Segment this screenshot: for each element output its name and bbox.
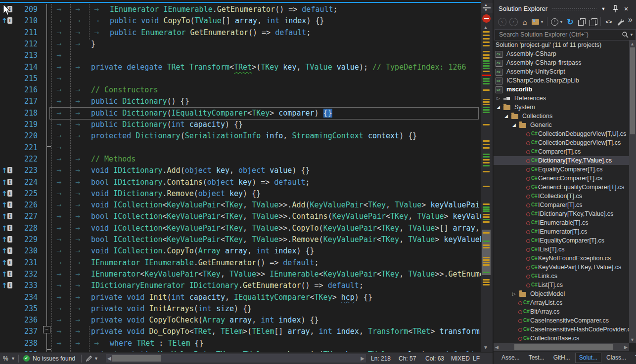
tree-item[interactable]: C#Dictionary[TKey,TValue].cs bbox=[494, 156, 629, 165]
expanded-arrow-icon[interactable]: ◢ bbox=[512, 121, 516, 129]
panel-tab-tea[interactable]: Tea... bbox=[631, 353, 636, 363]
scroll-left-arrow-icon[interactable]: ◀ bbox=[107, 354, 111, 363]
code-line[interactable]: →→IEnumerator IEnumerable.GetEnumerator(… bbox=[0, 257, 481, 269]
tree-item[interactable]: Solution 'project-gui' (11 of 11 project… bbox=[494, 40, 629, 49]
scrollbar-thumb[interactable] bbox=[112, 355, 161, 362]
code-line[interactable]: →→→IEnumerator IEnumerable.GetEnumerator… bbox=[0, 4, 481, 15]
pin-icon[interactable] bbox=[610, 4, 620, 14]
code-line[interactable]: →→// Constructors bbox=[0, 84, 481, 96]
code-area[interactable]: →→→IEnumerator IEnumerable.GetEnumerator… bbox=[0, 0, 481, 352]
tree-item[interactable]: C#CaseInsensitiveHashCodeProvider.cs bbox=[494, 325, 629, 334]
code-line[interactable]: →→// Methods bbox=[0, 154, 481, 165]
tree-item[interactable]: ◢System bbox=[494, 103, 629, 112]
code-line[interactable]: →→public Dictionary(int capacity) {} bbox=[0, 119, 481, 130]
tree-item[interactable]: ICSharpCode.SharpZipLib bbox=[494, 76, 629, 85]
collapsed-arrow-icon[interactable]: ▷ bbox=[512, 289, 516, 298]
tree-item[interactable]: Assembly-CSharp bbox=[494, 49, 629, 58]
forward-icon[interactable]: › bbox=[508, 16, 519, 28]
tree-item[interactable]: ▷References bbox=[494, 94, 629, 103]
close-icon[interactable]: × bbox=[621, 4, 631, 14]
tree-item[interactable]: C#GenericEqualityComparer[T].cs bbox=[494, 183, 629, 192]
code-line[interactable]: →→void IDictionary.Add(object key, objec… bbox=[0, 165, 481, 176]
tree-item[interactable]: Assembly-CSharp-firstpass bbox=[494, 58, 629, 67]
marker-pen-icon[interactable] bbox=[86, 355, 92, 362]
tree-item[interactable]: Assembly-UnityScript bbox=[494, 67, 629, 76]
collapsed-arrow-icon[interactable]: ▷ bbox=[497, 94, 500, 103]
scroll-left-arrow-icon[interactable]: ◀ bbox=[495, 343, 499, 351]
code-line[interactable]: →→IDictionaryEnumerator IDictionary.GetE… bbox=[0, 280, 481, 291]
code-editor[interactable]: →→→IEnumerator IEnumerable.GetEnumerator… bbox=[0, 0, 493, 364]
tree-item[interactable]: C#ArrayList.cs bbox=[494, 298, 629, 307]
zoom-dropdown-icon[interactable]: ▼ bbox=[11, 353, 15, 364]
code-line[interactable]: →→private void InitArrays(int size) {} bbox=[0, 303, 481, 315]
tree-item[interactable]: C#GenericComparer[T].cs bbox=[494, 174, 629, 183]
scrollbar-thumb[interactable] bbox=[630, 47, 635, 134]
code-line[interactable]: → bbox=[0, 50, 481, 61]
editor-horizontal-scrollbar[interactable]: ◀ ▶ bbox=[106, 354, 366, 363]
code-line[interactable]: → bbox=[0, 142, 481, 154]
tree-item[interactable]: C#BitArray.cs bbox=[494, 307, 629, 316]
split-editor-handle-icon[interactable]: ▲ ▼ bbox=[481, 3, 493, 13]
tree-item[interactable]: C#CaseInsensitiveComparer.cs bbox=[494, 316, 629, 325]
scroll-down-arrow-icon[interactable]: ▼ bbox=[483, 345, 488, 350]
code-line[interactable]: → bbox=[0, 73, 481, 84]
tree-item[interactable]: C#IList[T].cs bbox=[494, 245, 629, 254]
switch-views-icon[interactable]: ⇅▼ bbox=[531, 16, 545, 28]
tree-item[interactable]: C#Link.cs bbox=[494, 272, 629, 281]
tree-item[interactable]: ◢Generic bbox=[494, 121, 629, 129]
properties-icon[interactable] bbox=[615, 16, 626, 28]
code-line[interactable]: →→void ICollection.CopyTo(Array array, i… bbox=[0, 245, 481, 257]
expanded-arrow-icon[interactable]: ◢ bbox=[504, 112, 508, 121]
scroll-down-arrow-icon[interactable]: ▼ bbox=[630, 337, 635, 342]
search-dropdown-icon[interactable]: ▼ bbox=[630, 30, 634, 40]
search-icon[interactable] bbox=[622, 31, 629, 38]
panel-tab-solut[interactable]: Solut... bbox=[575, 353, 601, 363]
home-icon[interactable]: ⌂ bbox=[519, 16, 530, 28]
scrollbar-thumb[interactable] bbox=[482, 230, 491, 275]
tree-item[interactable]: C#KeyNotFoundException.cs bbox=[494, 254, 629, 263]
code-line[interactable]: →→bool ICollection<KeyValuePair<TKey, TV… bbox=[0, 234, 481, 245]
scrollbar-thumb[interactable] bbox=[514, 344, 613, 350]
tree-horizontal-scrollbar[interactable]: ◀ ▶ bbox=[494, 343, 629, 351]
pen-dropdown-icon[interactable]: ▼ bbox=[94, 353, 98, 364]
refresh-icon[interactable]: ↻ bbox=[565, 16, 576, 28]
code-line[interactable]: →→→public void CopyTo(TValue[] array, in… bbox=[0, 15, 481, 27]
panel-tab-gith[interactable]: GitH... bbox=[549, 353, 574, 363]
tree-item[interactable]: C#EqualityComparer[T].cs bbox=[494, 165, 629, 174]
code-line[interactable]: →→private void Do_CopyTo<TRet, TElem>(TE… bbox=[0, 326, 481, 337]
pending-filter-icon[interactable]: ▼ bbox=[550, 16, 564, 28]
panel-tab-class[interactable]: Class... bbox=[602, 353, 630, 363]
zoom-control[interactable]: % bbox=[3, 353, 8, 364]
code-line[interactable]: →→} bbox=[0, 39, 481, 50]
scroll-right-arrow-icon[interactable]: ▶ bbox=[361, 354, 364, 363]
tree-item[interactable]: C#IEnumerable[T].cs bbox=[494, 218, 629, 227]
code-line[interactable]: →→bool ICollection<KeyValuePair<TKey, TV… bbox=[0, 211, 481, 222]
panel-tab-asse[interactable]: Asse... bbox=[498, 353, 524, 363]
tree-item[interactable]: C#CollectionBase.cs bbox=[494, 334, 629, 343]
code-line[interactable]: →→private void Init(int capacity, IEqual… bbox=[0, 292, 481, 303]
code-line[interactable]: →→bool IDictionary.Contains(object key) … bbox=[0, 177, 481, 188]
show-all-files-icon[interactable] bbox=[588, 16, 598, 28]
window-position-dropdown-icon[interactable]: ▼ bbox=[598, 4, 608, 14]
search-input[interactable] bbox=[498, 30, 614, 40]
tree-item[interactable]: C#Comparer[T].cs bbox=[494, 147, 629, 156]
code-line[interactable]: →→→public Enumerator GetEnumerator() => … bbox=[0, 27, 481, 39]
code-line[interactable]: →→public Dictionary() {} bbox=[0, 96, 481, 107]
code-line[interactable]: →→protected Dictionary(SerializationInfo… bbox=[0, 130, 481, 142]
tree-item[interactable]: ◢Collections bbox=[494, 112, 629, 121]
tree-item[interactable]: C#CollectionDebuggerView[T,U].cs bbox=[494, 129, 629, 138]
panel-tab-test[interactable]: Test... bbox=[525, 353, 548, 363]
tree-item[interactable]: C#IDictionary[TKey,TValue].cs bbox=[494, 209, 629, 218]
document-health-icon[interactable] bbox=[482, 14, 491, 23]
scroll-up-arrow-icon[interactable]: ▲ bbox=[483, 25, 488, 30]
status-encoding[interactable]: MIXED bbox=[451, 353, 470, 364]
tree-item[interactable]: mscorlib bbox=[494, 85, 629, 94]
tree-item[interactable]: C#List[T].cs bbox=[494, 281, 629, 289]
code-line[interactable]: →→private void CopyToCheck(Array array, … bbox=[0, 315, 481, 326]
issues-status[interactable]: No issues found bbox=[33, 353, 75, 364]
tree-item[interactable]: C#IEqualityComparer[T].cs bbox=[494, 236, 629, 245]
status-line-ending[interactable]: LF bbox=[473, 353, 480, 364]
tree-item[interactable]: C#CollectionDebuggerView[T].cs bbox=[494, 138, 629, 147]
solution-tree[interactable]: Solution 'project-gui' (11 of 11 project… bbox=[494, 40, 629, 343]
code-line[interactable]: →→private delegate TRet Transform<TRet>(… bbox=[0, 62, 481, 73]
